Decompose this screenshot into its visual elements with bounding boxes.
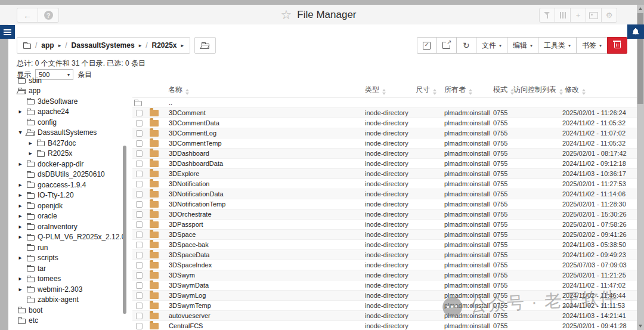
- breadcrumb-segment-app[interactable]: app: [41, 41, 54, 50]
- table-row[interactable]: 3DCommentData inode-directory plmadm:oin…: [132, 118, 637, 128]
- tree-expand-icon[interactable]: [27, 150, 34, 156]
- table-row[interactable]: 3DCommentLog inode-directory plmadm:oins…: [132, 128, 637, 138]
- scroll-down-arrow-icon[interactable]: [639, 325, 642, 328]
- header-name[interactable]: 名称: [168, 82, 365, 98]
- row-checkbox[interactable]: [136, 313, 143, 319]
- file-name[interactable]: 3DNotificationData: [168, 189, 365, 199]
- tree-item[interactable]: R2025x: [8, 149, 129, 159]
- row-checkbox[interactable]: [136, 232, 143, 238]
- table-row[interactable]: 3DDashboard inode-directory plmadm:oinst…: [132, 149, 637, 159]
- file-name[interactable]: 3DNotification: [168, 179, 365, 189]
- tree-item[interactable]: oraInventory: [8, 221, 129, 232]
- scroll-up-arrow-icon[interactable]: [639, 7, 642, 10]
- row-checkbox[interactable]: [136, 262, 143, 269]
- tree-item[interactable]: sbin: [8, 78, 129, 86]
- columns-button[interactable]: [555, 8, 571, 23]
- header-mode[interactable]: 模式: [493, 82, 513, 98]
- tree-item[interactable]: 3deSoftware: [8, 96, 129, 107]
- tree-expand-icon[interactable]: [17, 192, 24, 198]
- delete-button[interactable]: [607, 37, 627, 54]
- tree-expand-icon[interactable]: [17, 224, 24, 230]
- tree-item[interactable]: docker-app-dir: [8, 159, 129, 169]
- select-all-button[interactable]: [417, 37, 437, 54]
- tree-expand-icon[interactable]: [17, 213, 24, 219]
- root-folder-icon[interactable]: [23, 44, 31, 49]
- row-checkbox[interactable]: [136, 150, 143, 157]
- page-scrollbar[interactable]: [637, 5, 644, 330]
- table-row[interactable]: 3DSwymLog inode-directory plmadm:oinstal…: [132, 291, 637, 301]
- table-row[interactable]: 3DSpaceData inode-directory plmadm:oinst…: [132, 250, 637, 260]
- table-row[interactable]: CentralFCS inode-directory plmadm:oinsta…: [132, 321, 637, 330]
- table-row[interactable]: 3DComment inode-directory plmadm:oinstal…: [132, 108, 637, 118]
- notifications-button[interactable]: [627, 24, 644, 39]
- sort-icon[interactable]: [433, 89, 436, 95]
- file-name[interactable]: 3DExplore: [168, 169, 365, 179]
- file-name[interactable]: 3DNotificationTemp: [168, 199, 365, 209]
- tree-item[interactable]: scripts: [8, 253, 129, 264]
- table-row[interactable]: 3DPassport inode-directory plmadm:oinsta…: [132, 220, 637, 230]
- row-checkbox[interactable]: [136, 292, 143, 299]
- file-name[interactable]: 3DDashboardData: [168, 159, 365, 169]
- tree-expand-icon[interactable]: [17, 234, 24, 240]
- tree-item[interactable]: webmin-2.303: [8, 284, 129, 295]
- tree-item[interactable]: app: [8, 86, 129, 97]
- tree-item[interactable]: Q-PLM_V6_R2025x_2.12.0: [8, 232, 129, 243]
- row-checkbox[interactable]: [136, 323, 143, 329]
- header-modified[interactable]: 修改: [562, 82, 637, 98]
- table-row[interactable]: 3DOrchestrate inode-directory plmadm:oin…: [132, 209, 637, 220]
- header-type[interactable]: 类型: [365, 82, 416, 98]
- file-name[interactable]: 3DCommentData: [168, 118, 365, 128]
- file-name[interactable]: 3DSpaceIndex: [168, 260, 365, 270]
- file-name[interactable]: 3DSwym: [168, 270, 365, 280]
- tree-expand-icon[interactable]: [17, 255, 24, 261]
- filter-button[interactable]: [539, 8, 555, 23]
- file-name[interactable]: 3DDashboard: [168, 149, 365, 159]
- table-row[interactable]: 3DSwym inode-directory plmadm:oinstall 0…: [132, 270, 637, 280]
- file-name[interactable]: 3DSpaceData: [168, 250, 365, 260]
- parent-directory-row[interactable]: ..: [132, 98, 637, 108]
- share-button[interactable]: [436, 37, 457, 54]
- open-path-button[interactable]: [194, 37, 216, 54]
- tree-item[interactable]: B427doc: [8, 138, 129, 149]
- row-checkbox[interactable]: [136, 161, 143, 167]
- row-checkbox[interactable]: [136, 181, 143, 187]
- table-row[interactable]: 3DSpaceIndex inode-directory plmadm:oins…: [132, 260, 637, 270]
- tree-expand-icon[interactable]: [17, 203, 24, 209]
- tree-item[interactable]: openjdk: [8, 201, 129, 211]
- table-row[interactable]: 3DSwymData inode-directory plmadm:oinsta…: [132, 280, 637, 291]
- row-checkbox[interactable]: [136, 201, 143, 208]
- tree-item[interactable]: boot: [8, 305, 129, 316]
- file-name[interactable]: autovueserver: [168, 311, 365, 321]
- table-row[interactable]: 3DCommentTemp inode-directory plmadm:oin…: [132, 138, 637, 149]
- header-size[interactable]: 尺寸: [416, 82, 444, 98]
- file-name[interactable]: 3DCommentLog: [168, 128, 365, 138]
- row-checkbox[interactable]: [136, 282, 143, 289]
- tree-expand-icon[interactable]: [17, 161, 24, 167]
- row-checkbox[interactable]: [136, 140, 143, 147]
- tree-item[interactable]: DassaultSystemes: [8, 128, 129, 138]
- file-name[interactable]: 3DSwymTemp: [168, 301, 365, 311]
- tree-item[interactable]: run: [8, 242, 129, 253]
- tree-expand-icon[interactable]: [27, 140, 34, 146]
- tree-scrollbar-thumb[interactable]: [123, 146, 126, 314]
- chevron-right-icon[interactable]: ▸: [181, 42, 184, 48]
- file-name[interactable]: 3DComment: [168, 108, 365, 118]
- tree-item[interactable]: config: [8, 117, 129, 128]
- tree-item[interactable]: IO-Tty-1.20: [8, 190, 129, 201]
- table-row[interactable]: 3DDashboardData inode-directory plmadm:o…: [132, 159, 637, 169]
- refresh-button[interactable]: ↻: [456, 37, 476, 54]
- breadcrumb-segment-dassaultsystemes[interactable]: DassaultSystemes: [72, 41, 135, 50]
- file-name[interactable]: 3DSwymData: [168, 280, 365, 291]
- star-icon[interactable]: ☆: [280, 8, 292, 21]
- preview-button[interactable]: [586, 8, 602, 23]
- row-checkbox[interactable]: [136, 130, 143, 137]
- sort-icon[interactable]: [185, 89, 189, 95]
- table-row[interactable]: 3DNotificationData inode-directory plmad…: [132, 189, 637, 199]
- row-checkbox[interactable]: [136, 303, 143, 309]
- file-name[interactable]: 3DSpace: [168, 230, 365, 240]
- row-checkbox[interactable]: [136, 242, 143, 248]
- sort-icon[interactable]: [559, 89, 563, 95]
- file-name[interactable]: 3DPassport: [168, 220, 365, 230]
- tree-expand-icon[interactable]: [17, 109, 24, 115]
- table-row[interactable]: 3DSpace inode-directory plmadm:oinstall …: [132, 230, 637, 240]
